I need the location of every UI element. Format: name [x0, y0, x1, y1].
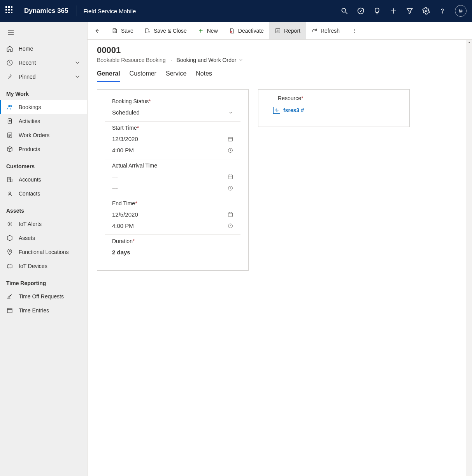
- nav-workorders[interactable]: Work Orders: [0, 128, 87, 142]
- svg-point-32: [354, 32, 355, 33]
- app-name-label: Field Service Mobile: [83, 8, 136, 14]
- end-time-label: End Time*: [105, 200, 240, 206]
- save-button[interactable]: Save: [106, 22, 139, 39]
- svg-rect-22: [7, 309, 12, 313]
- settings-icon[interactable]: [422, 7, 430, 15]
- tab-customer[interactable]: Customer: [130, 70, 156, 82]
- sidebar: Home Recent Pinned My Work Bookings Acti…: [0, 22, 88, 476]
- tab-service[interactable]: Service: [166, 70, 186, 82]
- nav-label: IoT Alerts: [19, 221, 42, 227]
- nav-contacts[interactable]: Contacts: [0, 187, 87, 201]
- chevron-down-icon: [228, 110, 233, 115]
- booking-status-label: Booking Status*: [105, 98, 240, 104]
- nav-label: Functional Locations: [19, 249, 68, 255]
- pin-icon: [6, 73, 13, 80]
- more-commands-button[interactable]: [347, 22, 361, 39]
- nav-label: IoT Devices: [19, 263, 47, 269]
- duration-value[interactable]: 2 days: [105, 247, 240, 258]
- svg-point-31: [354, 30, 355, 31]
- svg-point-19: [9, 224, 11, 225]
- building-icon: [6, 176, 13, 183]
- nav-label: Pinned: [19, 74, 36, 80]
- nav-accounts[interactable]: Accounts: [0, 173, 87, 187]
- record-header: 00001 Bookable Resource Booking · Bookin…: [88, 40, 466, 63]
- nav-assets[interactable]: Assets: [0, 231, 87, 245]
- nav-iot-devices[interactable]: IoT Devices: [0, 259, 87, 273]
- record-title: 00001: [97, 45, 456, 55]
- nav-label: Activities: [19, 118, 40, 124]
- nav-label: Recent: [19, 60, 36, 66]
- cmd-label: Save: [121, 28, 133, 34]
- nav-time-off-requests[interactable]: Time Off Requests: [0, 289, 87, 303]
- home-icon: [6, 45, 13, 52]
- nav-label: Accounts: [19, 176, 41, 183]
- help-icon[interactable]: [439, 7, 446, 15]
- command-bar: Save Save & Close New Deactivate Report …: [88, 22, 472, 40]
- cmd-label: Report: [284, 28, 300, 34]
- svg-rect-37: [228, 213, 233, 217]
- start-time-input[interactable]: 4:00 PM: [105, 145, 240, 156]
- svg-point-0: [342, 8, 346, 12]
- nav-group-assets: Assets: [0, 201, 87, 217]
- separator: ·: [170, 57, 172, 63]
- svg-point-12: [8, 105, 10, 107]
- person-icon: [6, 104, 13, 111]
- plus-icon[interactable]: [390, 7, 397, 15]
- nav-functional-locations[interactable]: Functional Locations: [0, 245, 87, 259]
- report-button[interactable]: Report: [269, 22, 306, 39]
- end-date-input[interactable]: 12/5/2020: [105, 209, 240, 220]
- deactivate-button[interactable]: Deactivate: [223, 22, 269, 39]
- nav-label: Home: [19, 46, 33, 52]
- new-button[interactable]: New: [192, 22, 223, 39]
- actual-arrival-date-input[interactable]: ---: [105, 171, 240, 182]
- resource-link[interactable]: fsres3 #: [283, 107, 304, 113]
- back-button[interactable]: [88, 22, 106, 39]
- search-icon[interactable]: [340, 7, 348, 15]
- plus-icon: [198, 28, 204, 34]
- refresh-button[interactable]: Refresh: [306, 22, 345, 39]
- end-time-input[interactable]: 4:00 PM: [105, 220, 240, 231]
- nav-home[interactable]: Home: [0, 42, 87, 56]
- avatar[interactable]: f#: [455, 5, 467, 17]
- nav-iot-alerts[interactable]: IoT Alerts: [0, 217, 87, 231]
- booking-status-select[interactable]: Scheduled: [105, 107, 240, 118]
- nav-products[interactable]: Products: [0, 142, 87, 156]
- save-close-icon: [144, 28, 151, 34]
- svg-point-20: [9, 250, 11, 252]
- save-close-button[interactable]: Save & Close: [139, 22, 192, 39]
- svg-line-1: [346, 12, 347, 14]
- note-icon: [6, 132, 13, 139]
- chevron-down-icon: [74, 73, 81, 80]
- brand-label: Dynamics 365: [24, 7, 68, 15]
- form-selector[interactable]: Booking and Work Order: [177, 57, 244, 63]
- filter-icon[interactable]: [406, 7, 414, 15]
- nav-label: Time Off Requests: [19, 293, 64, 300]
- tab-notes[interactable]: Notes: [196, 70, 212, 82]
- scrollbar[interactable]: [466, 40, 472, 476]
- task-icon[interactable]: [357, 7, 365, 15]
- nav-group-timereporting: Time Reporting: [0, 273, 87, 289]
- calendar-icon: [227, 212, 233, 218]
- tab-general[interactable]: General: [97, 70, 120, 82]
- refresh-icon: [311, 28, 318, 34]
- svg-point-7: [442, 12, 442, 13]
- save-icon: [112, 28, 118, 34]
- timeoff-icon: [6, 293, 13, 300]
- nav-activities[interactable]: Activities: [0, 114, 87, 128]
- clock-icon: [227, 223, 233, 229]
- svg-point-39: [276, 110, 277, 111]
- nav-time-entries[interactable]: Time Entries: [0, 303, 87, 317]
- resource-lookup[interactable]: fsres3 #: [273, 104, 395, 117]
- start-date-input[interactable]: 12/3/2020: [105, 133, 240, 145]
- hamburger-icon[interactable]: [0, 26, 87, 42]
- start-time-label: Start Time*: [105, 125, 240, 131]
- lightbulb-icon[interactable]: [373, 7, 381, 15]
- actual-arrival-time-input[interactable]: ---: [105, 182, 240, 194]
- nav-bookings[interactable]: Bookings: [0, 100, 87, 114]
- svg-rect-14: [8, 119, 12, 123]
- nav-pinned[interactable]: Pinned: [0, 70, 87, 84]
- cmd-label: Deactivate: [238, 28, 264, 34]
- nav-recent[interactable]: Recent: [0, 56, 87, 70]
- app-launcher-icon[interactable]: [5, 6, 15, 16]
- divider: [77, 5, 77, 16]
